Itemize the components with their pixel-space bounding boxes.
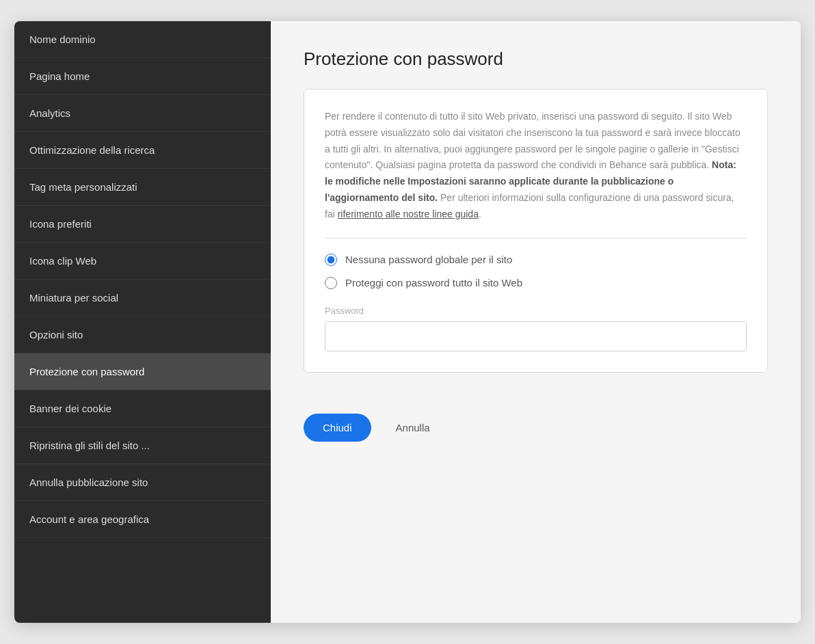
radio-group: Nessuna password globale per il sito Pro… <box>325 254 747 289</box>
sidebar-item-protezione-password[interactable]: Protezione con password <box>14 353 271 390</box>
radio-input-1[interactable] <box>325 254 337 266</box>
modal-container: Nome dominioPagina homeAnalyticsOttimizz… <box>14 21 801 623</box>
sidebar: Nome dominioPagina homeAnalyticsOttimizz… <box>14 21 271 623</box>
sidebar-item-analytics[interactable]: Analytics <box>14 95 271 132</box>
sidebar-item-account-area[interactable]: Account e area geografica <box>14 501 271 538</box>
radio-input-2[interactable] <box>325 277 337 289</box>
footer-actions: Chiudi Annulla <box>304 414 768 442</box>
sidebar-item-banner-cookie[interactable]: Banner dei cookie <box>14 390 271 427</box>
main-content: Protezione con password Per rendere il c… <box>271 21 801 623</box>
close-button[interactable]: Chiudi <box>304 414 371 442</box>
sidebar-item-nome-dominio[interactable]: Nome dominio <box>14 21 271 58</box>
sidebar-item-tag-meta[interactable]: Tag meta personalizzati <box>14 169 271 206</box>
info-text-part1: Per rendere il contenuto di tutto il sit… <box>325 111 740 170</box>
sidebar-item-miniatura-social[interactable]: Miniatura per social <box>14 280 271 317</box>
info-box: Per rendere il contenuto di tutto il sit… <box>304 89 768 373</box>
radio-option-1[interactable]: Nessuna password globale per il sito <box>325 254 747 266</box>
radio-label-2: Proteggi con password tutto il sito Web <box>345 277 522 289</box>
sidebar-item-ripristina-stili[interactable]: Ripristina gli stili del sito ... <box>14 427 271 464</box>
password-section: Password <box>325 306 747 351</box>
page-title: Protezione con password <box>304 49 768 70</box>
sidebar-item-annulla-pubblicazione[interactable]: Annulla pubblicazione sito <box>14 464 271 501</box>
password-input[interactable] <box>325 321 747 351</box>
sidebar-item-pagina-home[interactable]: Pagina home <box>14 58 271 95</box>
divider <box>325 238 747 239</box>
sidebar-item-icona-preferiti[interactable]: Icona preferiti <box>14 206 271 243</box>
cancel-button[interactable]: Annulla <box>385 414 441 442</box>
info-text: Per rendere il contenuto di tutto il sit… <box>325 109 747 223</box>
info-link[interactable]: riferimento alle nostre linee guida <box>338 209 479 219</box>
radio-label-1: Nessuna password globale per il sito <box>345 254 512 265</box>
sidebar-item-opzioni-sito[interactable]: Opzioni sito <box>14 317 271 353</box>
sidebar-item-ottimizzazione[interactable]: Ottimizzazione della ricerca <box>14 132 271 169</box>
password-label: Password <box>325 306 747 316</box>
radio-option-2[interactable]: Proteggi con password tutto il sito Web <box>325 277 747 289</box>
sidebar-item-icona-clip-web[interactable]: Icona clip Web <box>14 243 271 280</box>
